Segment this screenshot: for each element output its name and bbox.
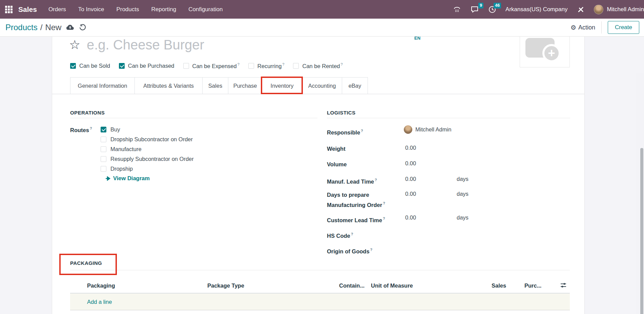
control-panel: Products / New ⚙ Action Create [0, 19, 644, 37]
manuf-lead-time-input[interactable]: 0.00 [405, 176, 416, 182]
save-cloud-icon[interactable] [66, 24, 74, 31]
col-package-type[interactable]: Package Type [207, 282, 244, 289]
col-unit-of-measure[interactable]: Unit of Measure [371, 282, 413, 289]
route-resupply-subcontractor[interactable]: Resupply Subcontractor on Order [101, 156, 194, 162]
tab-sales[interactable]: Sales [203, 77, 228, 94]
action-menu[interactable]: ⚙ Action [570, 24, 595, 32]
arrow-right-icon [105, 176, 111, 181]
col-sales[interactable]: Sales [492, 282, 506, 289]
can-be-rented[interactable]: Can be Rented? [293, 62, 342, 69]
operations-title: OPERATIONS [70, 110, 317, 116]
main-area: ☆ e.g. Cheese Burger EN + Can be Sold Ca… [0, 37, 644, 314]
route-dropship-subcontractor[interactable]: Dropship Subcontractor on Order [101, 136, 193, 143]
packaging-add-row: Add a line [70, 294, 570, 310]
breadcrumb: Products / New [5, 23, 61, 32]
logistics-section: LOGISTICS Responsible? Mitchell Admin We… [327, 110, 570, 116]
routes-label: Routes? [70, 126, 92, 133]
notebook-tabs: General Information Attributes & Variant… [52, 77, 584, 94]
breadcrumb-separator: / [40, 23, 43, 32]
divider [327, 118, 570, 118]
create-button[interactable]: Create [608, 21, 639, 34]
route-buy-checkbox[interactable] [101, 127, 106, 132]
can-be-purchased[interactable]: Can be Purchased [119, 63, 174, 69]
messages-badge: 9 [478, 3, 483, 8]
route-dropship[interactable]: Dropship [101, 166, 133, 172]
optional-columns-icon[interactable] [560, 281, 567, 290]
col-contained-qty[interactable]: Contain... [339, 282, 365, 289]
route-buy[interactable]: Buy [101, 126, 120, 133]
page: Sales Orders To Invoice Products Reporti… [0, 0, 644, 314]
company-switcher[interactable]: Arkansas(US) Company [505, 6, 567, 13]
favorite-star-icon[interactable]: ☆ [69, 39, 80, 51]
phone-icon[interactable] [453, 5, 461, 14]
recurring-checkbox[interactable] [248, 63, 254, 69]
route-dropship-subcontractor-checkbox[interactable] [101, 137, 106, 142]
can-be-purchased-checkbox[interactable] [119, 63, 125, 69]
gear-icon: ⚙ [570, 24, 576, 32]
breadcrumb-products-link[interactable]: Products [5, 23, 38, 32]
breadcrumb-current: New [45, 23, 61, 32]
route-manufacture[interactable]: Manufacture [101, 146, 142, 152]
form-sheet: ☆ e.g. Cheese Burger EN + Can be Sold Ca… [52, 37, 585, 314]
tools-icon[interactable] [576, 5, 585, 14]
recurring[interactable]: Recurring? [248, 62, 285, 69]
route-resupply-subcontractor-checkbox[interactable] [101, 156, 106, 162]
add-image-plus-icon: + [542, 44, 561, 62]
packaging-title: PACKAGING [70, 260, 102, 266]
user-menu[interactable]: Mitchell Admin [607, 6, 644, 13]
can-be-expensed[interactable]: Can be Expensed? [183, 62, 240, 69]
tab-purchase[interactable]: Purchase [228, 77, 262, 94]
can-be-sold-label: Can be Sold [79, 63, 110, 69]
days-to-prepare-input[interactable]: 0.00 [405, 191, 416, 197]
product-flags-row: Can be Sold Can be Purchased Can be Expe… [70, 62, 343, 69]
tab-inventory[interactable]: Inventory [262, 77, 302, 94]
can-be-expensed-label: Can be Expensed? [192, 62, 240, 69]
responsible-avatar [404, 125, 412, 134]
scrollbar-thumb[interactable] [640, 148, 643, 314]
divider [70, 118, 317, 118]
tab-accounting[interactable]: Accounting [302, 77, 342, 94]
app-name[interactable]: Sales [18, 5, 37, 14]
divider [70, 270, 570, 270]
add-a-line-link[interactable]: Add a line [87, 299, 112, 305]
tab-ebay[interactable]: eBay [342, 77, 368, 94]
view-diagram-link[interactable]: View Diagram [105, 175, 150, 182]
nav-item-configuration[interactable]: Configuration [188, 6, 223, 13]
logistics-title: LOGISTICS [327, 110, 570, 116]
col-purchase[interactable]: Purc... [524, 282, 541, 289]
activities-badge: 46 [494, 3, 501, 8]
nav-item-reporting[interactable]: Reporting [151, 6, 176, 13]
recurring-label: Recurring? [257, 62, 285, 69]
nav-item-orders[interactable]: Orders [48, 6, 66, 13]
nav-item-products[interactable]: Products [116, 6, 139, 13]
can-be-sold-checkbox[interactable] [70, 63, 76, 69]
route-dropship-checkbox[interactable] [101, 166, 106, 172]
language-tag[interactable]: EN [414, 36, 420, 41]
table-header-border [70, 293, 570, 293]
messages-icon[interactable]: 9 [470, 5, 479, 14]
customer-lead-time-input[interactable]: 0.00 [405, 214, 416, 221]
weight-input[interactable]: 0.00 [405, 145, 416, 151]
tab-attributes-variants[interactable]: Attributes & Variants [135, 77, 203, 94]
scrollbar-track[interactable] [636, 73, 644, 314]
responsible-value[interactable]: Mitchell Admin [404, 125, 451, 134]
divider [601, 21, 602, 34]
can-be-expensed-checkbox[interactable] [183, 63, 189, 69]
activities-clock-icon[interactable]: 46 [488, 5, 497, 14]
nav-menu: Orders To Invoice Products Reporting Con… [48, 6, 223, 13]
route-manufacture-checkbox[interactable] [101, 146, 106, 152]
nav-item-to-invoice[interactable]: To Invoice [78, 6, 104, 13]
product-name-input[interactable]: e.g. Cheese Burger [87, 37, 204, 53]
top-nav: Sales Orders To Invoice Products Reporti… [0, 0, 644, 19]
operations-section: OPERATIONS Routes? Buy Dropship Subcontr… [70, 110, 317, 116]
can-be-rented-checkbox[interactable] [293, 63, 299, 69]
can-be-sold[interactable]: Can be Sold [70, 63, 110, 69]
col-packaging[interactable]: Packaging [87, 282, 115, 289]
discard-undo-icon[interactable] [79, 24, 86, 31]
product-image-placeholder[interactable]: + [520, 37, 570, 67]
user-avatar[interactable] [594, 5, 603, 14]
tab-general-information[interactable]: General Information [70, 77, 135, 94]
can-be-rented-label: Can be Rented? [302, 62, 342, 69]
volume-input[interactable]: 0.00 [405, 160, 416, 167]
apps-grid-icon[interactable] [5, 5, 13, 14]
